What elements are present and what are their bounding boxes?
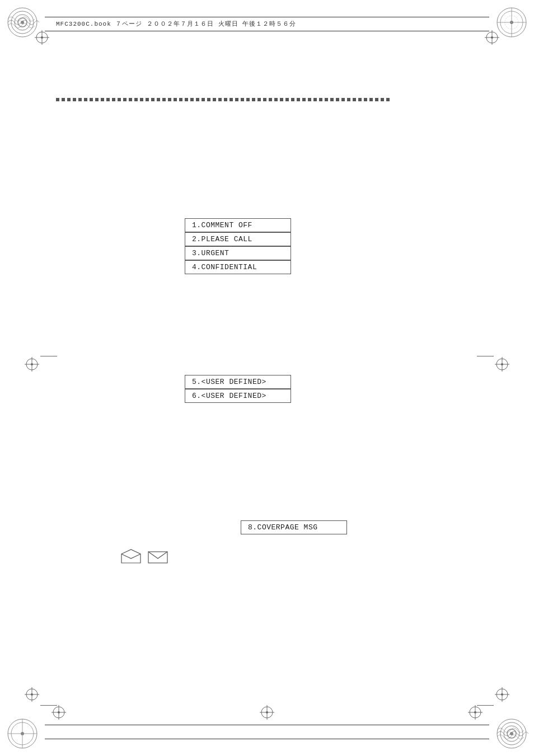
side-tick-right bbox=[477, 356, 494, 356]
svg-point-56 bbox=[58, 711, 60, 713]
svg-point-36 bbox=[501, 363, 503, 365]
crosshair-right-bottom bbox=[494, 686, 510, 706]
menu-item-1: 1.COMMENT OFF bbox=[185, 218, 291, 232]
menu-group-mid: 5.<USER DEFINED> 6.<USER DEFINED> bbox=[185, 375, 291, 403]
footer-bottom-line bbox=[45, 739, 489, 739]
svg-point-52 bbox=[474, 711, 476, 713]
side-tick-left-bottom bbox=[40, 705, 57, 706]
menu-group-bottom: 8.COVERPAGE MSG bbox=[241, 520, 347, 534]
menu-group-top: 1.COMMENT OFF 2.PLEASE CALL 3.URGENT 4.C… bbox=[185, 218, 291, 274]
svg-point-48 bbox=[266, 711, 268, 713]
crosshair-top-left bbox=[34, 29, 50, 49]
crosshair-top-right bbox=[484, 29, 500, 49]
menu-item-4: 4.CONFIDENTIAL bbox=[185, 260, 291, 274]
svg-point-28 bbox=[491, 36, 493, 39]
menu-item-2: 2.PLEASE CALL bbox=[185, 232, 291, 246]
svg-point-32 bbox=[31, 363, 33, 365]
menu-item-8: 8.COVERPAGE MSG bbox=[241, 520, 347, 534]
svg-point-44 bbox=[501, 693, 503, 696]
side-tick-left bbox=[40, 356, 57, 356]
side-tick-right-bottom bbox=[477, 705, 494, 706]
menu-item-5: 5.<USER DEFINED> bbox=[185, 375, 291, 389]
crosshair-left-center bbox=[24, 356, 40, 375]
svg-point-40 bbox=[31, 693, 33, 696]
menu-item-3: 3.URGENT bbox=[185, 246, 291, 260]
menu-item-6: 6.<USER DEFINED> bbox=[185, 389, 291, 403]
crosshair-bottom-center bbox=[259, 704, 275, 724]
crosshair-bottom-right-inner bbox=[467, 704, 484, 724]
header-bottom-line bbox=[45, 31, 489, 31]
crosshair-right-center bbox=[494, 356, 510, 375]
crosshair-bottom-left-inner bbox=[50, 704, 67, 724]
footer-top-line bbox=[45, 725, 489, 725]
header-text: MFC3200C.book ７ページ ２００２年７月１６日 火曜日 午後１２時５… bbox=[56, 20, 296, 28]
corner-mark-br bbox=[495, 717, 528, 750]
corner-mark-bl bbox=[6, 717, 39, 750]
envelope-closed-icon bbox=[147, 548, 168, 564]
envelope-open-icon bbox=[120, 548, 142, 564]
envelope-icons bbox=[120, 548, 168, 569]
crosshair-left-bottom bbox=[24, 686, 40, 706]
header-top-line bbox=[45, 17, 489, 17]
svg-point-24 bbox=[41, 36, 43, 39]
dot-separator bbox=[56, 98, 478, 101]
